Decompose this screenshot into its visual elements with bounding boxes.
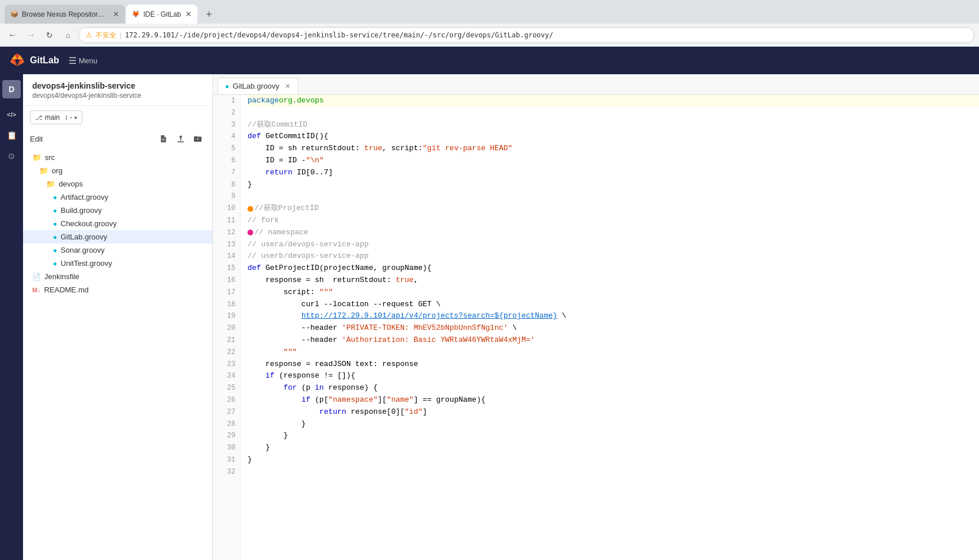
tree-item-jenkinsfile[interactable]: 📄 Jenkinsfile	[23, 270, 212, 283]
code-line-18: curl --location --request GET \	[247, 299, 979, 311]
gitlab-logo[interactable]: GitLab	[9, 52, 59, 68]
forward-button[interactable]: →	[23, 27, 39, 43]
folder-devops-label: devops	[59, 180, 83, 188]
code-line-25: for (p in response) {	[247, 382, 979, 394]
tree-item-build[interactable]: ● Build.groovy	[23, 204, 212, 217]
edit-bar: Edit	[23, 129, 212, 151]
tab-gitlab-favicon: 🦊	[132, 10, 140, 18]
tree-item-checkout[interactable]: ● Checkout.groovy	[23, 217, 212, 230]
code-line-11: // fork	[247, 215, 979, 227]
menu-label: Menu	[79, 56, 98, 65]
file-checkout-label: Checkout.groovy	[60, 219, 117, 228]
code-tab-gitlab[interactable]: ● GitLab.groovy ✕	[218, 78, 298, 94]
code-line-17: script: """	[247, 287, 979, 299]
new-tab-button[interactable]: +	[201, 6, 217, 22]
upload-button[interactable]	[173, 131, 188, 146]
folder-src-icon: 📁	[32, 153, 41, 162]
code-line-16: response = sh returnStdout: true,	[247, 275, 979, 287]
code-line-2	[247, 107, 979, 119]
sidebar-icons: D </> 📋 ⊙	[0, 74, 23, 560]
new-folder-button[interactable]	[191, 131, 205, 146]
edit-label: Edit	[30, 135, 154, 143]
code-line-14: // userb/devops-service-app	[247, 250, 979, 262]
code-tab-close-icon[interactable]: ✕	[285, 82, 291, 90]
code-line-26: if (p["namespace"]["name"] == groupName)…	[247, 394, 979, 406]
code-line-3: //获取CommitID	[247, 119, 979, 131]
code-line-1: package org.devops	[247, 95, 979, 107]
reload-button[interactable]: ↻	[41, 27, 58, 43]
file-gitlab-icon: ●	[53, 233, 57, 241]
tab-gitlab-close[interactable]: ✕	[185, 10, 192, 18]
code-line-31: }	[247, 454, 979, 466]
file-build-icon: ●	[53, 207, 57, 215]
file-artifact-label: Artifact.groovy	[60, 193, 108, 201]
code-line-29: }	[247, 430, 979, 442]
code-panel: ● GitLab.groovy ✕ 1 2 3 4 5 6 7 8 9	[213, 74, 979, 560]
code-line-8: }	[247, 179, 979, 191]
code-line-22: """	[247, 346, 979, 359]
folder-src-label: src	[45, 153, 55, 162]
tab-nexus-favicon: 📦	[10, 10, 18, 18]
security-label: 不安全	[96, 31, 116, 40]
code-line-15: def GetProjectID(projectName, groupName)…	[247, 262, 979, 275]
address-bar-row: ← → ↻ ⌂ ⚠ 不安全 | 172.29.9.101/-/ide/proje…	[0, 24, 979, 47]
code-line-13: // usera/devops-service-app	[247, 239, 979, 251]
tab-nexus[interactable]: 📦 Browse Nexus Repository Ma ✕	[5, 5, 125, 24]
url-text: 172.29.9.101/-/ide/project/devops4/devop…	[125, 31, 553, 39]
file-readme-icon: M↓	[32, 287, 41, 294]
hamburger-icon: ☰	[68, 55, 77, 66]
folder-org-icon: 📁	[39, 166, 48, 175]
tree-item-readme[interactable]: M↓ README.md	[23, 283, 212, 296]
code-line-24: if (response != []){	[247, 370, 979, 382]
git-icon-button[interactable]: ⊙	[2, 147, 21, 165]
file-jenkinsfile-label: Jenkinsfile	[44, 272, 79, 281]
tree-item-artifact[interactable]: ● Artifact.groovy	[23, 191, 212, 204]
file-artifact-icon: ●	[53, 193, 57, 201]
tree-item-gitlab[interactable]: ● GitLab.groovy	[23, 230, 212, 243]
tree-item-src[interactable]: 📁 src	[23, 151, 212, 164]
tab-gitlab-title: IDE · GitLab	[143, 10, 181, 18]
code-line-9	[247, 191, 979, 203]
file-sonar-label: Sonar.groovy	[60, 246, 105, 254]
project-name: devops4-jenkinslib-service	[32, 81, 203, 90]
project-header: devops4-jenkinslib-service devops4/devop…	[23, 74, 212, 106]
folder-org-label: org	[52, 166, 63, 175]
browser-chrome: 📦 Browse Nexus Repository Ma ✕ 🦊 IDE · G…	[0, 0, 979, 24]
tab-nexus-close[interactable]: ✕	[113, 10, 119, 18]
code-line-5: ID = sh returnStdout: true, script:"git …	[247, 143, 979, 155]
branch-dropdown-icon: ▾	[74, 115, 77, 121]
code-tab-filename: GitLab.groovy	[233, 82, 279, 90]
address-bar[interactable]: ⚠ 不安全 | 172.29.9.101/-/ide/project/devop…	[78, 27, 974, 43]
gitlab-logo-icon	[9, 52, 25, 68]
tree-item-org[interactable]: 📁 org	[23, 164, 212, 177]
home-button[interactable]: ⌂	[60, 27, 76, 43]
branch-icon: ⎇	[35, 114, 43, 121]
file-build-label: Build.groovy	[60, 206, 102, 215]
separator: |	[120, 31, 121, 39]
file-checkout-icon: ●	[53, 220, 57, 228]
file-unittest-label: UnitTest.groovy	[60, 259, 112, 268]
file-readme-label: README.md	[44, 285, 89, 294]
avatar-button[interactable]: D	[2, 80, 21, 98]
tree-item-unittest[interactable]: ● UnitTest.groovy	[23, 257, 212, 270]
issues-icon-button[interactable]: 📋	[2, 126, 21, 144]
branch-name: main	[45, 113, 60, 121]
security-warning-icon: ⚠	[86, 31, 92, 39]
new-file-button[interactable]	[156, 131, 171, 146]
code-tab-icon: ●	[225, 82, 229, 90]
tree-item-devops[interactable]: 📁 devops	[23, 177, 212, 191]
code-line-10: //获取ProjectID	[247, 203, 979, 215]
code-line-23: response = readJSON text: response	[247, 359, 979, 371]
branch-select[interactable]: ⎇ main ↕ - ▾	[30, 111, 82, 124]
tree-item-sonar[interactable]: ● Sonar.groovy	[23, 243, 212, 257]
back-button[interactable]: ←	[5, 27, 21, 43]
code-editor[interactable]: 1 2 3 4 5 6 7 8 9 10 11 12 13 14 15 16 1	[213, 95, 979, 560]
gitlab-logo-text: GitLab	[30, 55, 59, 66]
code-content: package org.devops //获取CommitID def GetC…	[241, 95, 979, 560]
code-icon-button[interactable]: </>	[2, 105, 21, 124]
main-layout: D </> 📋 ⊙ devops4-jenkinslib-service dev…	[0, 74, 979, 560]
menu-button[interactable]: ☰ Menu	[68, 55, 98, 66]
code-line-7: return ID[0..7]	[247, 167, 979, 179]
file-tree-panel: devops4-jenkinslib-service devops4/devop…	[23, 74, 213, 560]
tab-gitlab[interactable]: 🦊 IDE · GitLab ✕	[126, 5, 197, 24]
